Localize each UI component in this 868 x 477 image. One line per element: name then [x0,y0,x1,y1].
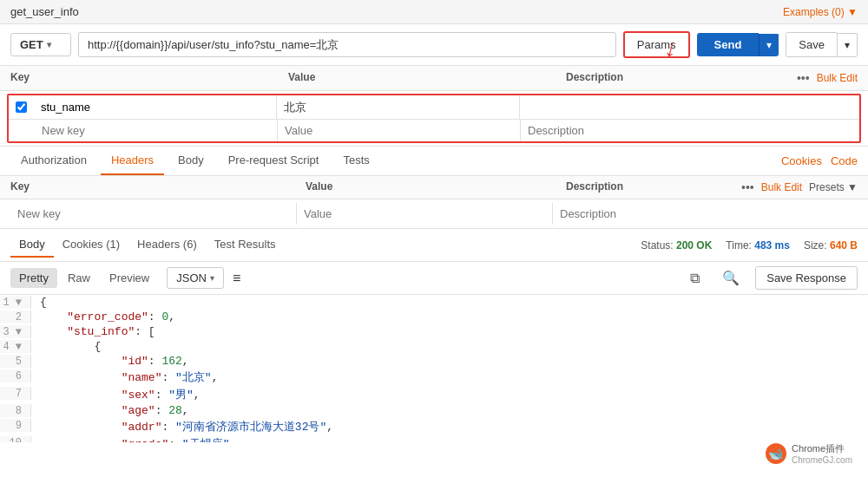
params-more-icon[interactable]: ••• [797,71,810,85]
response-tab-headers[interactable]: Headers (6) [128,232,206,258]
headers-more-icon[interactable]: ••• [741,180,754,194]
params-row-1-checkbox[interactable] [9,101,34,113]
json-line-5: 5 "id": 162, [0,354,868,369]
headers-presets[interactable]: Presets ▼ [809,181,858,193]
headers-key-col: Key [10,180,306,194]
params-desc-input-1[interactable] [520,95,859,119]
method-select[interactable]: GET ▾ [10,33,71,56]
watermark-text: Chrome插件 ChromeGJ.com [792,442,852,465]
watermark-label: Chrome插件 [792,442,852,455]
code-link[interactable]: Code [831,154,858,167]
watermark-logo: 🐋 [766,443,786,464]
watermark-url: ChromeGJ.com [792,455,852,465]
fmt-tab-pretty[interactable]: Pretty [10,268,57,288]
line-content-8: "age": 28, [31,404,189,417]
line-content-1: { [31,296,47,309]
headers-value-col: Value [306,180,566,194]
params-key-header: Key [10,71,288,85]
line-num-1: 1 ▼ [0,296,31,309]
copy-button[interactable]: ⧉ [683,267,707,290]
method-label: GET [20,38,43,51]
response-tab-cookies[interactable]: Cookies (1) [54,232,128,258]
json-format-chevron: ▾ [210,273,214,283]
params-table-header: Key Value Description ••• Bulk Edit [0,66,868,91]
url-input[interactable] [78,32,616,57]
response-status: Status: 200 OK Time: 483 ms Size: 640 B [641,239,858,252]
top-bar: get_user_info Examples (0) ▼ [0,0,868,24]
line-content-6: "name": "北京", [31,369,218,385]
params-row-1 [9,95,859,120]
url-bar: GET ▾ Params Send ▾ Save ▾ [0,24,868,66]
tab-headers[interactable]: Headers [101,147,164,175]
method-chevron: ▾ [47,40,51,49]
params-highlighted-region [7,94,861,143]
line-num-7: 7 [0,387,31,400]
line-content-4: { [31,340,101,353]
json-line-7: 7 "sex": "男", [0,386,868,403]
save-button-group: Save ▾ [786,32,858,57]
response-tab-body[interactable]: Body [10,232,54,258]
params-value-input-1[interactable] [277,95,520,119]
tab-tests[interactable]: Tests [332,147,379,175]
params-key-input-1[interactable] [34,95,277,119]
line-num-5: 5 [0,355,31,368]
json-line-10: 10 "grade": "天蝎座", [0,435,868,442]
send-button-group: Send ▾ [697,33,779,56]
params-bulk-edit[interactable]: Bulk Edit [817,72,858,84]
line-num-3: 3 ▼ [0,325,31,338]
request-tabs: Authorization Headers Body Pre-request S… [0,147,868,176]
params-new-desc-input[interactable] [521,120,859,141]
params-actions: ••• Bulk Edit [797,71,858,85]
headers-desc-col: Description [566,180,741,194]
fmt-tab-raw[interactable]: Raw [59,268,99,288]
line-content-3: "stu_info": [ [31,325,155,338]
request-tab-actions: Cookies Code [781,154,858,167]
headers-new-key-input[interactable] [10,203,297,225]
save-dropdown-button[interactable]: ▾ [837,33,858,57]
url-bar-wrapper: GET ▾ Params Send ▾ Save ▾ ↓ [0,24,868,66]
params-new-row [9,120,859,141]
tab-body[interactable]: Body [168,147,214,175]
headers-new-value-input[interactable] [297,203,553,225]
send-main-button[interactable]: Send [697,33,760,56]
response-tab-test-results[interactable]: Test Results [206,232,285,258]
json-format-select[interactable]: JSON ▾ [167,267,224,289]
params-section: Key Value Description ••• Bulk Edit [0,66,868,147]
save-main-button[interactable]: Save [786,32,837,57]
params-button[interactable]: Params [623,31,690,58]
line-content-5: "id": 162, [31,355,189,368]
time-label: Time: 483 ms [726,239,790,252]
search-button[interactable]: 🔍 [715,266,746,290]
response-tabs-bar: Body Cookies (1) Headers (6) Test Result… [0,229,868,262]
tab-authorization[interactable]: Authorization [10,147,97,175]
params-checkbox-1[interactable] [16,101,27,113]
watermark: 🐋 Chrome插件 ChromeGJ.com [759,439,859,468]
json-line-2: 2 "error_code": 0, [0,310,868,324]
line-content-7: "sex": "男", [31,387,201,402]
size-value: 640 B [830,239,858,252]
fmt-tab-preview[interactable]: Preview [101,268,158,288]
save-response-button[interactable]: Save Response [755,266,858,290]
format-actions: ⧉ 🔍 Save Response [683,266,858,290]
params-new-value-input[interactable] [278,120,521,141]
headers-actions: ••• Bulk Edit Presets ▼ [741,180,858,194]
status-label: Status: 200 OK [641,239,712,252]
params-new-key-input[interactable] [35,120,278,141]
json-line-1: 1 ▼ { [0,295,868,310]
json-line-4: 4 ▼ { [0,339,868,354]
cookies-link[interactable]: Cookies [781,154,822,167]
json-line-6: 6 "name": "北京", [0,369,868,386]
examples-link[interactable]: Examples (0) ▼ [783,6,858,18]
format-tabs-bar: Pretty Raw Preview JSON ▾ ≡ ⧉ 🔍 Save Res… [0,262,868,295]
tab-prerequest-script[interactable]: Pre-request Script [218,147,330,175]
json-line-9: 9 "addr": "河南省济源市北海大道32号", [0,418,868,435]
send-dropdown-button[interactable]: ▾ [759,34,779,56]
headers-new-desc-input[interactable] [553,203,858,225]
headers-table: Key Value Description ••• Bulk Edit Pres… [0,176,868,229]
line-content-2: "error_code": 0, [31,310,175,323]
status-value: 200 OK [676,239,712,252]
json-format-label: JSON [176,271,207,284]
headers-bulk-edit[interactable]: Bulk Edit [761,181,802,193]
wrap-icon[interactable]: ≡ [233,271,240,286]
params-desc-header: Description [566,71,797,85]
